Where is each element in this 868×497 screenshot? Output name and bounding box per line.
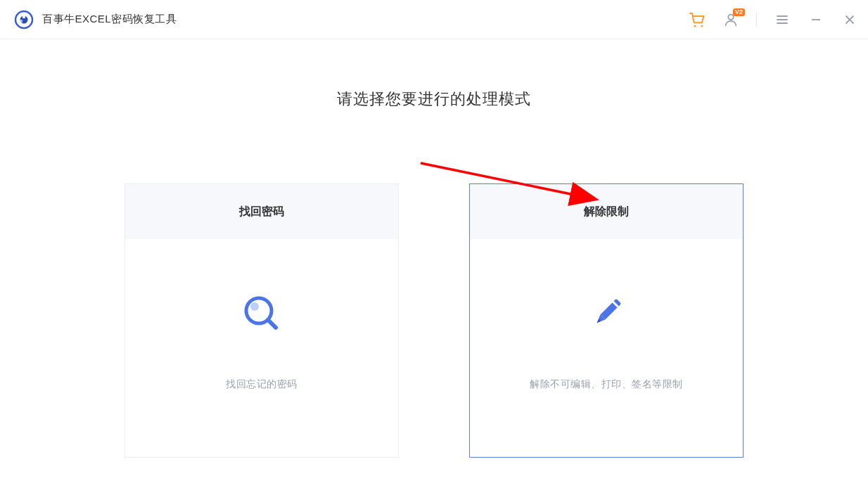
app-logo-icon — [14, 10, 34, 30]
svg-line-15 — [269, 321, 276, 328]
titlebar: 百事牛EXCEL密码恢复工具 V2 — [0, 0, 868, 39]
card-title: 解除限制 — [470, 184, 743, 239]
card-description: 找回忘记的密码 — [226, 378, 298, 391]
svg-point-4 — [694, 25, 696, 27]
mode-card-remove-restriction[interactable]: 解除限制 解除不可编辑、打印、签名等限制 — [469, 183, 743, 458]
app-title: 百事牛EXCEL密码恢复工具 — [42, 13, 177, 26]
card-title: 找回密码 — [125, 184, 398, 239]
magnifier-icon — [239, 291, 284, 336]
svg-rect-3 — [20, 20, 23, 22]
mode-card-recover-password[interactable]: 找回密码 找回忘记的密码 — [125, 183, 399, 458]
titlebar-divider — [756, 13, 757, 27]
user-badge: V2 — [733, 8, 745, 16]
main-content: 请选择您要进行的处理模式 找回密码 找回忘记的密码 解除限制 — [0, 39, 868, 458]
cart-icon[interactable] — [689, 11, 706, 28]
main-heading: 请选择您要进行的处理模式 — [0, 89, 868, 110]
minimize-icon[interactable] — [808, 11, 824, 28]
svg-rect-2 — [23, 15, 25, 18]
svg-point-14 — [250, 302, 259, 311]
pencil-icon — [584, 291, 629, 336]
close-icon[interactable] — [841, 11, 858, 28]
card-body: 找回忘记的密码 — [125, 239, 398, 457]
user-icon[interactable]: V2 — [722, 11, 739, 28]
titlebar-actions: V2 — [689, 11, 858, 28]
mode-cards: 找回密码 找回忘记的密码 解除限制 — [0, 183, 868, 458]
svg-point-5 — [701, 25, 703, 27]
card-body: 解除不可编辑、打印、签名等限制 — [470, 239, 743, 457]
menu-icon[interactable] — [774, 11, 791, 28]
card-description: 解除不可编辑、打印、签名等限制 — [530, 378, 683, 391]
